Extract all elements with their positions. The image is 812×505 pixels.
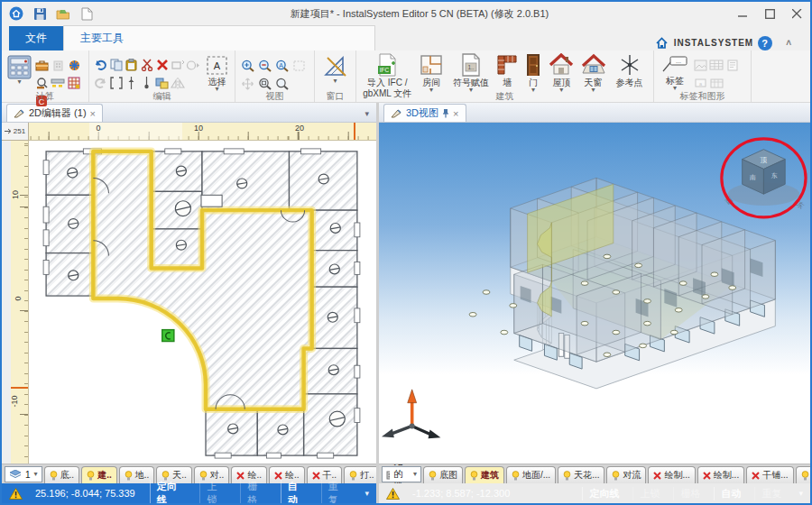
visible-floors-selector[interactable]: 可见的楼层 ▾	[382, 466, 421, 482]
layer-tab[interactable]: 绘制...	[648, 466, 695, 483]
minimize-button[interactable]	[729, 2, 756, 25]
collapse-ribbon-icon[interactable]: ˄	[777, 38, 801, 48]
layer-selector[interactable]: 1 ▾	[5, 466, 42, 482]
open-folder-icon[interactable]	[54, 5, 72, 23]
status-toggle-grid[interactable]: 栅格	[673, 487, 706, 500]
layer-tab[interactable]: 地面/...	[506, 466, 556, 483]
window-layout-button[interactable]: ▾	[321, 52, 350, 85]
split-v-icon[interactable]	[127, 77, 135, 89]
results-grid-icon[interactable]	[68, 77, 80, 89]
status-toggle-grid[interactable]: 栅格	[240, 480, 273, 505]
layer-tab[interactable]: 天花...	[558, 466, 604, 483]
pin-node-icon[interactable]	[143, 77, 151, 89]
app-logo-icon[interactable]	[7, 5, 25, 23]
layer-tab[interactable]: 绘制...	[697, 466, 744, 483]
status-toggle-auto[interactable]: 自动	[714, 487, 747, 500]
bulb-icon	[125, 471, 133, 481]
new-document-icon[interactable]	[78, 5, 96, 23]
grid-label-icon[interactable]	[710, 78, 724, 88]
small-label-icon[interactable]: a	[695, 78, 706, 87]
status-caret-icon[interactable]: ▾	[795, 489, 803, 498]
skylight-button[interactable]: 天窗 ▾	[577, 52, 609, 94]
table-icon[interactable]	[709, 60, 724, 70]
maximize-button[interactable]	[756, 2, 783, 25]
layer-tab[interactable]: 对流	[606, 466, 646, 483]
status-toggle-repeat[interactable]: 重复	[754, 487, 788, 500]
cube-side-label[interactable]: 东	[771, 172, 778, 179]
assign-symbols-button[interactable]: 1.. 符号赋值 ▾	[448, 52, 494, 94]
building-check-icon[interactable]	[52, 60, 64, 71]
close-button[interactable]	[783, 2, 810, 25]
room-button[interactable]: 房间 ▾	[415, 52, 448, 94]
select-button[interactable]: A 选择 ▾	[204, 54, 230, 93]
cut-icon[interactable]	[141, 59, 153, 71]
drawing-canvas-2d[interactable]	[29, 141, 376, 464]
brand-logo: INSTALSYSTEM ? ˄	[654, 35, 810, 50]
vertical-ruler[interactable]: 10 0 -10	[2, 141, 29, 464]
zoom-out-icon[interactable]	[258, 60, 272, 73]
zoom-in-icon[interactable]	[241, 60, 255, 73]
delete-icon[interactable]	[156, 59, 169, 71]
ruler-scale-box[interactable]: 251	[2, 123, 29, 141]
status-toggle-auto[interactable]: 自动	[281, 480, 314, 505]
warning-icon[interactable]	[9, 488, 23, 500]
close-tab-icon[interactable]: ×	[453, 108, 458, 119]
reference-point-button[interactable]: 参考点	[609, 52, 650, 88]
paste-icon[interactable]	[125, 59, 137, 71]
undo-icon[interactable]	[94, 59, 107, 71]
status-caret-icon[interactable]: ▾	[361, 489, 369, 498]
status-toggle-lock[interactable]: 上锁	[199, 480, 233, 505]
redo-icon[interactable]	[94, 77, 107, 89]
label-button[interactable]: ... 标签 ▾	[658, 52, 692, 92]
zoom-window-icon[interactable]	[258, 78, 272, 91]
layer-tab[interactable]: 建筑	[465, 466, 504, 483]
tab-3d-view[interactable]: 3D视图 ×	[383, 104, 466, 122]
toolbox-icon[interactable]	[35, 60, 49, 71]
status-toggle-repeat[interactable]: 重复	[321, 480, 355, 505]
zoom-selection-icon[interactable]	[292, 60, 306, 72]
pin-icon[interactable]	[442, 108, 449, 118]
horizontal-ruler[interactable]: 0 10 20	[29, 123, 376, 141]
group-view: A 视图	[235, 50, 315, 102]
diagnostics-icon[interactable]	[35, 77, 49, 89]
tab-list-caret-icon[interactable]: ▾	[364, 109, 376, 122]
mirror-icon[interactable]	[171, 78, 185, 89]
layer-tab[interactable]: 底图	[423, 466, 463, 483]
layer-tab[interactable]: 底..	[44, 466, 80, 483]
layer-tab[interactable]: 干铺...	[746, 466, 793, 483]
image-frame-icon[interactable]	[694, 60, 707, 71]
svg-text:IFC: IFC	[380, 67, 390, 73]
tab-main-tools[interactable]: 主要工具	[63, 25, 375, 50]
help-icon[interactable]: ?	[758, 36, 772, 50]
warning-icon[interactable]	[386, 488, 400, 500]
textbox-icon[interactable]	[727, 60, 738, 71]
tab-file[interactable]: 文件	[9, 26, 63, 50]
pan-icon[interactable]	[241, 78, 254, 90]
wall-button[interactable]: 墙	[494, 52, 521, 88]
save-icon[interactable]	[31, 5, 49, 23]
close-tab-icon[interactable]: ×	[90, 108, 96, 119]
heating-cooling-icon[interactable]	[68, 59, 81, 72]
rotate-more-icon[interactable]	[186, 60, 200, 71]
pipe-results-icon[interactable]	[51, 78, 65, 88]
transform-icon[interactable]	[171, 60, 184, 71]
zoom-previous-icon[interactable]	[275, 78, 290, 91]
calculate-button[interactable]: ▾	[5, 52, 33, 86]
viewport-3d[interactable]: 西 东 顶 南 东	[379, 123, 810, 464]
status-toggle-lock[interactable]: 上锁	[632, 487, 666, 500]
roof-button[interactable]: 屋顶 ▾	[546, 52, 577, 94]
zoom-all-icon[interactable]: A	[275, 60, 290, 73]
status-toggle-orientation[interactable]: 定向线	[150, 480, 193, 505]
cube-top-label[interactable]: 顶	[759, 156, 767, 164]
door-button[interactable]: 门 ▾	[521, 52, 545, 94]
status-toggle-orientation[interactable]: 定向线	[582, 487, 625, 500]
layer-tab[interactable]: 打印	[796, 466, 810, 483]
green-handle[interactable]	[162, 330, 174, 342]
copy-icon[interactable]	[110, 59, 123, 71]
cube-front-label[interactable]: 南	[750, 174, 756, 180]
bulb-icon	[563, 471, 571, 481]
layer-tab[interactable]: 建..	[81, 466, 117, 483]
edit-area-icon[interactable]	[110, 77, 123, 89]
align-icon[interactable]	[155, 77, 169, 89]
bulb-icon	[161, 471, 170, 481]
